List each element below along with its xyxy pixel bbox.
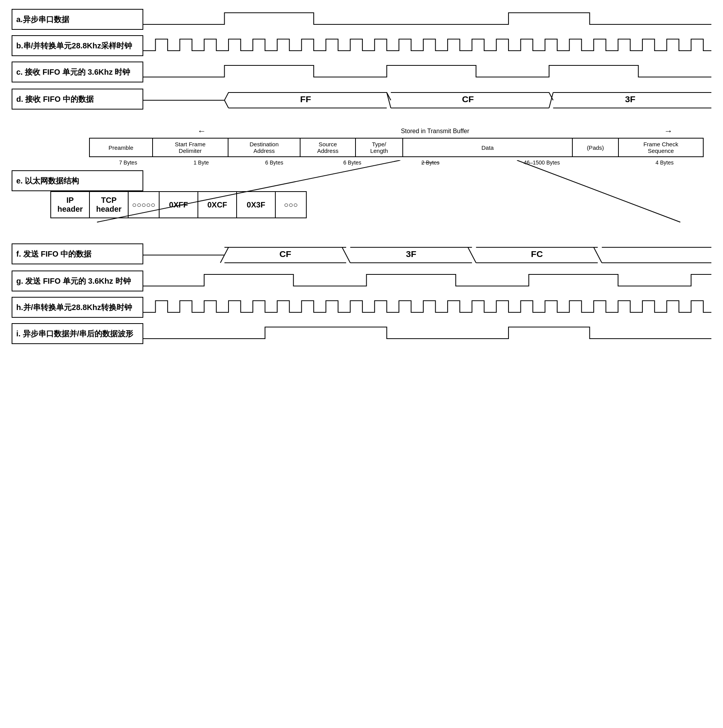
signal-wave-g (143, 271, 711, 291)
signal-label-i: i. 异步串口数据并/串后的数据波形 (12, 323, 143, 344)
eth-field-type: Type/Length (355, 138, 403, 157)
svg-text:CF: CF (279, 249, 291, 259)
signal-wave-b (143, 35, 711, 56)
signal-label-h: h.并/串转换单元28.8Khz转换时钟 (12, 297, 143, 318)
main-diagram: a.异步串口数据 b.串/并转换单元28.8Khz采样时钟 c. 接收 FIFO… (12, 8, 711, 345)
signal-label-g: g. 发送 FIFO 单元的 3.6Khz 时钟 (12, 271, 143, 291)
eth-field-data: Data (403, 138, 572, 157)
oxff-cell: 0XFF (159, 192, 198, 218)
eth-bytes-src: 6 Bytes (313, 159, 392, 166)
svg-text:CF: CF (462, 94, 474, 104)
signal-label-b: b.串/并转换单元28.8Khz采样时钟 (12, 35, 143, 56)
svg-text:3F: 3F (625, 94, 635, 104)
signal-row-a: a.异步串口数据 (12, 8, 711, 31)
dots-cell-1: ○○○○○ (128, 192, 159, 218)
svg-line-23 (594, 247, 602, 263)
eth-bytes-pads (614, 159, 625, 166)
signal-row-b: b.串/并转换单元28.8Khz采样时钟 (12, 34, 711, 57)
eth-bytes-fcs: 4 Bytes (625, 159, 704, 166)
eth-bytes-row: 7 Bytes 1 Byte 6 Bytes 6 Bytes 2 Bytes 4… (89, 159, 704, 166)
signal-row-c: c. 接收 FIFO 单元的 3.6Khz 时钟 (12, 60, 711, 84)
eth-bytes-type: 2 Bytes (392, 159, 470, 166)
ethernet-wrapper: ← Stored in Transmit Buffer → Preamble S… (12, 126, 711, 218)
signal-wave-i (143, 323, 711, 344)
svg-text:FC: FC (531, 249, 543, 259)
signal-label-c: c. 接收 FIFO 单元的 3.6Khz 时钟 (12, 62, 143, 82)
signal-wave-a (143, 9, 711, 30)
eth-field-pads: (Pads) (572, 138, 618, 157)
ip-tcp-table: IP header TCP header ○○○○○ 0XFF 0XCF 0X3… (50, 191, 307, 218)
signal-row-g: g. 发送 FIFO 单元的 3.6Khz 时钟 (12, 269, 711, 293)
signal-row-f: f. 发送 FIFO 中的数据 (12, 242, 711, 266)
signal-label-e: e. 以太网数据结构 (12, 170, 143, 191)
eth-field-dest: DestinationAddress (228, 138, 300, 157)
oxcf-cell: 0XCF (198, 192, 237, 218)
svg-line-17 (342, 247, 350, 263)
signal-row-d: d. 接收 FIFO 中的数据 FF CF 3F (12, 87, 711, 111)
signal-wave-h (143, 297, 711, 318)
svg-line-20 (468, 247, 476, 263)
eth-bytes-data: 46–1500 Bytes (469, 159, 614, 166)
eth-field-src: SourceAddress (300, 138, 355, 157)
eth-frame-table: Preamble Start FrameDelimiter Destinatio… (89, 138, 704, 157)
signal-wave-f: CF 3F FC (143, 243, 711, 264)
eth-bytes-preamble: 7 Bytes (89, 159, 167, 166)
eth-field-sfd: Start FrameDelimiter (153, 138, 228, 157)
ip-tcp-section: IP header TCP header ○○○○○ 0XFF 0XCF 0X3… (50, 191, 704, 218)
signal-wave-c (143, 62, 711, 82)
tcp-header-cell: TCP header (89, 192, 128, 218)
svg-line-12 (517, 160, 680, 222)
ox3f-cell: 0X3F (237, 192, 275, 218)
eth-field-preamble: Preamble (89, 138, 153, 157)
dots-cell-2: ○○○ (275, 192, 306, 218)
eth-field-fcs: Frame CheckSequence (618, 138, 703, 157)
svg-line-5 (549, 92, 553, 108)
ip-header-cell: IP header (51, 192, 89, 218)
ethernet-diagram: ← Stored in Transmit Buffer → Preamble S… (89, 126, 704, 166)
signal-row-h: h.并/串转换单元28.8Khz转换时钟 (12, 296, 711, 319)
signal-wave-d: FF CF 3F (143, 89, 711, 110)
eth-bytes-dest: 6 Bytes (235, 159, 313, 166)
svg-text:3F: 3F (406, 249, 416, 259)
svg-line-3 (387, 92, 391, 108)
stored-in-buffer-label: ← Stored in Transmit Buffer → (197, 126, 704, 136)
svg-line-1 (225, 100, 228, 108)
signal-row-i: i. 异步串口数据并/串后的数据波形 (12, 322, 711, 345)
eth-bytes-sfd: 1 Byte (167, 159, 235, 166)
signal-row-e: e. 以太网数据结构 (12, 170, 711, 191)
signal-label-f: f. 发送 FIFO 中的数据 (12, 243, 143, 264)
signal-label-d: d. 接收 FIFO 中的数据 (12, 89, 143, 110)
svg-text:FF: FF (300, 94, 311, 104)
signal-label-a: a.异步串口数据 (12, 9, 143, 30)
